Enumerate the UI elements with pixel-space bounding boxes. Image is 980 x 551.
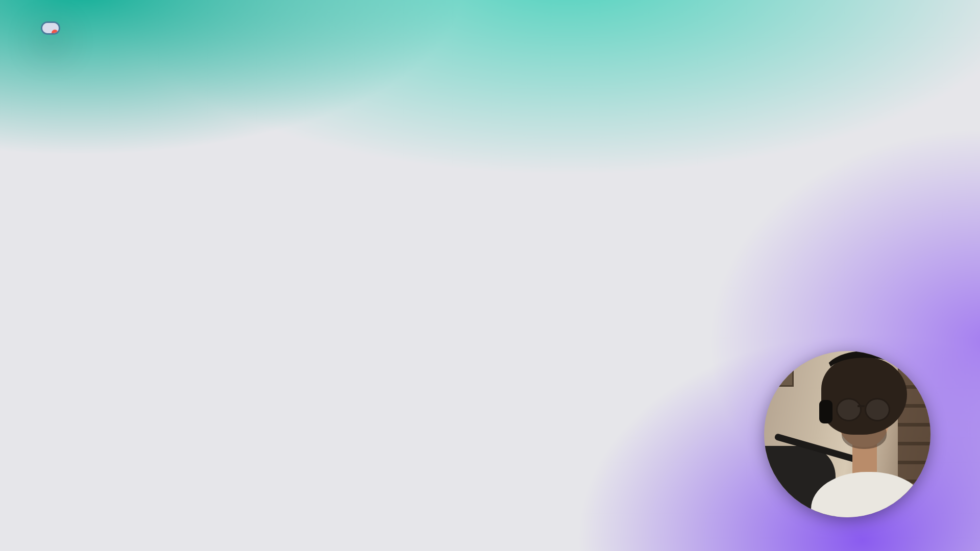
headphones-band	[823, 351, 905, 398]
webcam-overlay	[764, 351, 930, 517]
traffic-lights	[42, 23, 60, 35]
glasses-right-lens	[865, 398, 890, 421]
video-frame-background: ✕△Inactive presenter — Exca✕▲Phaser - Te…	[0, 0, 980, 551]
headphones-earcup	[819, 400, 832, 423]
picture-frame	[773, 360, 794, 387]
tab-bar: ✕△Inactive presenter — Exca✕▲Phaser - Te…	[42, 23, 59, 35]
glasses-bridge	[857, 405, 865, 407]
browser-window: ✕△Inactive presenter — Exca✕▲Phaser - Te…	[41, 21, 60, 35]
glasses-left-lens	[836, 398, 862, 421]
close-window-button[interactable]	[52, 30, 58, 35]
